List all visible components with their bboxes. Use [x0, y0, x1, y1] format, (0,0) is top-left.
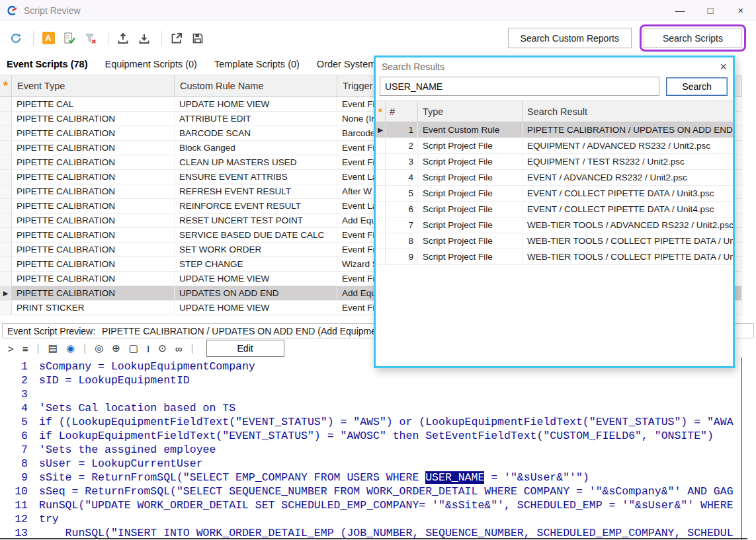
- search-result-row[interactable]: 4Script Project FileEVENT / ADVANCED RS2…: [376, 170, 733, 186]
- cell-number: 2: [386, 138, 418, 153]
- column-header-event-type[interactable]: Event Type: [12, 75, 175, 96]
- code-editor[interactable]: 1sCompany = LookupEquipmentCompany2sID =…: [0, 358, 742, 540]
- code-line: 5if ((LookupEquipmentFieldText("EVENT_ST…: [0, 415, 741, 429]
- horizontal-scrollbar[interactable]: [0, 538, 747, 539]
- select-box-icon[interactable]: ▢: [129, 342, 138, 354]
- search-custom-reports-button[interactable]: Search Custom Reports: [508, 28, 632, 48]
- attribute-a-glyph: A: [42, 32, 55, 44]
- search-results-dialog: Search Results × Search * # Type Search …: [374, 56, 735, 368]
- cell-type: Event Custom Rule: [418, 122, 523, 137]
- line-number: 8: [0, 457, 28, 471]
- cell-number: 4: [386, 170, 418, 185]
- cell-event-type: PIPETTE CALIBRATION: [12, 112, 175, 126]
- row-indicator: [376, 202, 386, 217]
- highlighted-token: USER_NAME: [425, 471, 484, 484]
- cell-event-type: PIPETTE CALIBRATION: [12, 228, 175, 242]
- code-text: sSeq = ReturnFromSQL("SELECT SEQUENCE_NU…: [28, 484, 734, 498]
- cell-number: 9: [386, 249, 418, 264]
- search-button[interactable]: Search: [666, 77, 728, 96]
- search-result-row[interactable]: 3Script Project FileEQUIPMENT / TEST RS2…: [376, 154, 733, 170]
- cell-custom-rule-name: SET WORK ORDER: [175, 243, 337, 256]
- line-number: 5: [0, 415, 28, 429]
- search-result-row[interactable]: 5Script Project FileEVENT / COLLECT PIPE…: [376, 186, 733, 202]
- cell-number: 7: [386, 217, 418, 233]
- code-text: [28, 387, 39, 401]
- find-icon[interactable]: ⊙: [158, 342, 167, 354]
- row-indicator: [0, 257, 12, 271]
- search-input[interactable]: [380, 77, 659, 96]
- highlight-ring: Search Scripts: [640, 24, 746, 52]
- code-line: 7'Sets the assgined employee: [0, 443, 741, 457]
- row-indicator: [376, 233, 386, 249]
- cell-custom-rule-name: UPDATES ON ADD END: [175, 286, 337, 300]
- column-header-type[interactable]: Type: [418, 101, 523, 122]
- row-indicator: [0, 141, 12, 155]
- column-header-search-result[interactable]: Search Result: [523, 101, 733, 122]
- line-list-icon[interactable]: ≡: [22, 343, 28, 354]
- cell-search-result: WEB-TIER TOOLS / COLLECT PIPETTE DATA / …: [523, 233, 733, 249]
- run-arrow-icon[interactable]: >: [8, 343, 14, 354]
- cell-search-result: EVENT / COLLECT PIPETTE DATA / Unit3.psc: [523, 186, 733, 201]
- minimize-icon[interactable]: —: [665, 0, 695, 20]
- search-result-row[interactable]: 6Script Project FileEVENT / COLLECT PIPE…: [376, 202, 733, 217]
- tab-event-scripts[interactable]: Event Scripts (78): [7, 54, 88, 75]
- cell-number: 6: [386, 202, 418, 217]
- marker-icon[interactable]: ◉: [66, 342, 75, 354]
- attribute-a-icon[interactable]: A: [39, 29, 58, 48]
- cell-type: Script Project File: [418, 233, 523, 249]
- tab-template-scripts[interactable]: Template Scripts (0): [214, 54, 300, 75]
- text-cursor-icon[interactable]: I: [147, 343, 149, 354]
- cell-custom-rule-name: ATTRIBUTE EDIT: [175, 112, 337, 126]
- cell-search-result: EVENT / ADVANCED RS232 / Unit2.psc: [523, 170, 733, 185]
- upload-icon[interactable]: [114, 29, 132, 48]
- dialog-close-icon[interactable]: ×: [720, 61, 727, 73]
- header-asterisk-icon: *: [0, 75, 12, 96]
- download-icon[interactable]: [135, 29, 153, 48]
- cell-search-result: WEB-TIER TOOLS / ADVANCED RS232 / Unit2.…: [523, 217, 733, 233]
- cell-event-type: PIPETTE CALIBRATION: [12, 272, 175, 286]
- row-indicator: [376, 249, 386, 264]
- window-controls: — □ ×: [665, 0, 756, 20]
- tab-equipment-scripts[interactable]: Equipment Scripts (0): [105, 54, 197, 75]
- code-line: 12try: [0, 512, 741, 526]
- toolbar-separator: [33, 31, 34, 46]
- code-text: try: [28, 512, 59, 526]
- code-text: if ((LookupEquipmentFieldText("EVENT_STA…: [28, 415, 734, 429]
- cell-type: Script Project File: [418, 186, 523, 201]
- search-result-row[interactable]: 7Script Project FileWEB-TIER TOOLS / ADV…: [376, 217, 733, 233]
- column-header-number[interactable]: #: [386, 101, 418, 122]
- search-scripts-button[interactable]: Search Scripts: [644, 28, 742, 48]
- save-icon[interactable]: [189, 29, 207, 48]
- search-result-row[interactable]: ▶1Event Custom RulePIPETTE CALIBRATION /…: [376, 122, 733, 138]
- print-icon[interactable]: ▤: [48, 342, 58, 354]
- validate-script-icon[interactable]: [60, 29, 79, 48]
- cell-event-type: PIPETTE CALIBRATION: [12, 155, 175, 169]
- search-result-row[interactable]: 8Script Project FileWEB-TIER TOOLS / COL…: [376, 233, 733, 249]
- code-line: 4'Sets Cal location based on TS: [0, 401, 741, 415]
- main-toolbar: A: [0, 22, 756, 54]
- cell-custom-rule-name: SERVICE BASED DUE DATE CALC: [175, 228, 337, 242]
- maximize-icon[interactable]: □: [695, 0, 726, 20]
- watch-icon[interactable]: ◎: [95, 342, 103, 354]
- row-indicator: [376, 154, 386, 169]
- row-indicator: [376, 170, 386, 185]
- zoom-in-icon[interactable]: ⊕: [112, 342, 120, 354]
- dialog-titlebar: Search Results ×: [376, 58, 733, 75]
- search-result-row[interactable]: 9Script Project FileWEB-TIER TOOLS / COL…: [376, 249, 733, 265]
- cell-number: 5: [386, 186, 418, 201]
- export-icon[interactable]: [167, 29, 186, 48]
- binoculars-icon[interactable]: ∞: [175, 343, 183, 354]
- toolbar-right-buttons: Search Custom Reports Search Scripts: [508, 24, 746, 52]
- edit-button[interactable]: Edit: [206, 340, 284, 357]
- line-number: 1: [0, 360, 28, 373]
- refresh-icon[interactable]: [7, 29, 25, 48]
- search-result-row[interactable]: 2Script Project FileEQUIPMENT / ADVANCED…: [376, 138, 733, 154]
- close-icon[interactable]: ×: [726, 0, 756, 20]
- toolbar-separator: [108, 31, 108, 46]
- cell-custom-rule-name: RESET UNCERT TEST POINT: [175, 213, 337, 227]
- clear-filter-icon[interactable]: [81, 29, 100, 48]
- line-number: 4: [0, 401, 28, 415]
- column-header-custom-rule-name[interactable]: Custom Rule Name: [175, 75, 337, 96]
- code-line: 10sSeq = ReturnFromSQL("SELECT SEQUENCE_…: [0, 484, 741, 498]
- code-line: 8sUser = LookupCurrentUser: [0, 457, 741, 471]
